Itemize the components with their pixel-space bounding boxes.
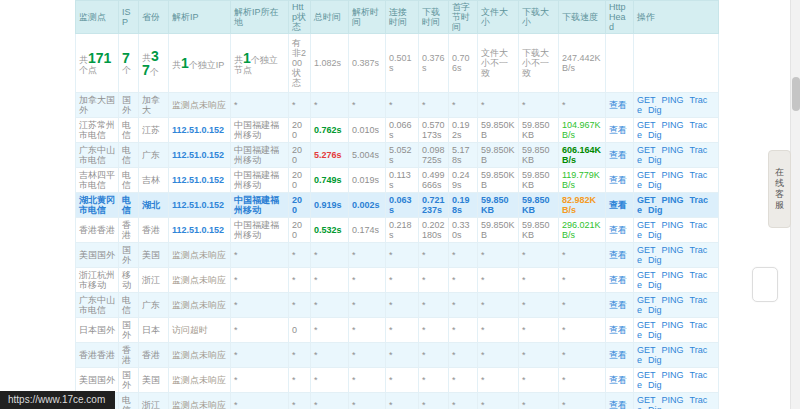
cell-province: 广东	[139, 293, 169, 318]
results-table-head: 监测点ISP省份解析IP解析IP所在地Http状态总时间解析时间连接时间下载时间…	[76, 1, 719, 34]
action-link-dig[interactable]: Dig	[648, 130, 662, 140]
action-link-dig[interactable]: Dig	[648, 405, 662, 409]
action-link-ping[interactable]: PING	[662, 295, 684, 305]
action-link-dig[interactable]: Dig	[648, 280, 662, 290]
cell-ip-location: *	[231, 268, 289, 293]
cell-resolved-ip: 监测点未响应	[169, 343, 231, 368]
cell-speed: *	[559, 368, 606, 393]
cell-connect-time: 0.218s	[386, 218, 419, 243]
action-link-get[interactable]: GET	[637, 345, 656, 355]
cell-firstbyte-time: *	[449, 243, 478, 268]
action-link-ping[interactable]: PING	[662, 320, 684, 330]
action-link-ping[interactable]: PING	[662, 245, 684, 255]
cell-node-name: 广东中山市电信	[76, 293, 119, 318]
view-httphead-link[interactable]: 查看	[609, 275, 627, 285]
summary-nodes-prefix: 共	[234, 55, 243, 65]
view-httphead-link[interactable]: 查看	[609, 250, 627, 260]
customer-service-tab[interactable]: 在线客服	[768, 150, 791, 228]
view-httphead-link[interactable]: 查看	[609, 150, 627, 160]
table-row: 江苏常州市电信电信江苏112.51.0.152中国福建福州移动2000.762s…	[76, 118, 719, 143]
action-link-get[interactable]: GET	[637, 120, 656, 130]
view-httphead-link[interactable]: 查看	[609, 200, 627, 210]
cell-http-status: 200	[289, 118, 311, 143]
summary-operations	[634, 34, 719, 93]
action-link-ping[interactable]: PING	[662, 95, 684, 105]
col-header: 监测点	[76, 1, 119, 34]
cell-province: 加拿大	[139, 93, 169, 118]
action-link-ping[interactable]: PING	[662, 220, 684, 230]
action-link-ping[interactable]: PING	[662, 270, 684, 280]
action-link-dig[interactable]: Dig	[648, 180, 662, 190]
results-table-body: 共171个点7个共37个共1个独立IP共1个独立节点有非200状态1.082s0…	[76, 34, 719, 409]
floating-side-button[interactable]	[752, 267, 778, 302]
table-row: 湖北黄冈市电信电信湖北112.51.0.152中国福建福州移动2000.919s…	[76, 193, 719, 218]
view-httphead-link[interactable]: 查看	[609, 125, 627, 135]
cell-firstbyte-time: *	[449, 93, 478, 118]
view-httphead-link[interactable]: 查看	[609, 375, 627, 385]
action-link-ping[interactable]: PING	[662, 145, 684, 155]
view-httphead-link[interactable]: 查看	[609, 100, 627, 110]
cell-ip-location: 中国福建福州移动	[231, 143, 289, 168]
action-link-dig[interactable]: Dig	[648, 255, 662, 265]
cell-node-name: 江苏常州市电信	[76, 118, 119, 143]
action-link-dig[interactable]: Dig	[648, 105, 662, 115]
action-link-ping[interactable]: PING	[662, 120, 684, 130]
view-httphead-link[interactable]: 查看	[609, 400, 627, 409]
summary-dns: 0.387s	[349, 34, 386, 93]
cell-isp: 香港	[119, 343, 139, 368]
summary-points: 共171个点	[76, 34, 119, 93]
action-link-ping[interactable]: PING	[662, 170, 684, 180]
cell-firstbyte-time: 0.192s	[449, 118, 478, 143]
cell-dns-time: 0.002s	[349, 193, 386, 218]
summary-filesize: 文件大小不一致	[478, 34, 519, 93]
cell-httphead: 查看	[606, 143, 634, 168]
action-link-ping[interactable]: PING	[662, 395, 684, 405]
action-link-dig[interactable]: Dig	[648, 355, 662, 365]
cell-operations: GETPINGTraceDig	[634, 343, 719, 368]
cell-total-time: 0.532s	[311, 218, 349, 243]
scrollbar-thumb[interactable]	[792, 77, 800, 111]
resolved-ip-link[interactable]: 112.51.0.152	[172, 125, 224, 135]
summary-total: 1.082s	[311, 34, 349, 93]
view-httphead-link[interactable]: 查看	[609, 225, 627, 235]
action-link-ping[interactable]: PING	[662, 195, 684, 205]
cell-ip-location: *	[231, 343, 289, 368]
action-link-dig[interactable]: Dig	[648, 305, 662, 315]
action-link-dig[interactable]: Dig	[648, 380, 662, 390]
cell-resolved-ip: 112.51.0.152	[169, 168, 231, 193]
action-link-get[interactable]: GET	[637, 270, 656, 280]
resolved-ip-link[interactable]: 112.51.0.152	[172, 225, 224, 235]
scrollbar-track[interactable]	[790, 0, 800, 409]
action-link-ping[interactable]: PING	[662, 370, 684, 380]
action-link-get[interactable]: GET	[637, 195, 656, 205]
action-link-get[interactable]: GET	[637, 370, 656, 380]
view-httphead-link[interactable]: 查看	[609, 350, 627, 360]
cell-httphead: 查看	[606, 393, 634, 409]
cell-ip-location: 中国福建福州移动	[231, 193, 289, 218]
action-link-get[interactable]: GET	[637, 145, 656, 155]
summary-provinces-suffix: 个	[150, 67, 159, 77]
view-httphead-link[interactable]: 查看	[609, 300, 627, 310]
resolved-ip-link[interactable]: 112.51.0.152	[172, 200, 224, 210]
action-link-get[interactable]: GET	[637, 220, 656, 230]
cell-speed: *	[559, 343, 606, 368]
action-link-ping[interactable]: PING	[662, 345, 684, 355]
cell-firstbyte-time: *	[449, 318, 478, 343]
action-link-get[interactable]: GET	[637, 245, 656, 255]
action-link-get[interactable]: GET	[637, 95, 656, 105]
resolved-ip-link[interactable]: 112.51.0.152	[172, 150, 224, 160]
action-link-get[interactable]: GET	[637, 320, 656, 330]
action-link-get[interactable]: GET	[637, 295, 656, 305]
action-link-dig[interactable]: Dig	[648, 205, 663, 215]
cell-http-status: *	[289, 293, 311, 318]
action-link-get[interactable]: GET	[637, 395, 656, 405]
table-row: 浙江金华市电信电信浙江监测点未响应**********查看GETPINGTrac…	[76, 393, 719, 409]
action-link-dig[interactable]: Dig	[648, 230, 662, 240]
action-link-dig[interactable]: Dig	[648, 155, 662, 165]
cell-filesize: 59.850KB	[478, 118, 519, 143]
action-link-dig[interactable]: Dig	[648, 330, 662, 340]
resolved-ip-link[interactable]: 112.51.0.152	[172, 175, 224, 185]
view-httphead-link[interactable]: 查看	[609, 325, 627, 335]
view-httphead-link[interactable]: 查看	[609, 175, 627, 185]
action-link-get[interactable]: GET	[637, 170, 656, 180]
